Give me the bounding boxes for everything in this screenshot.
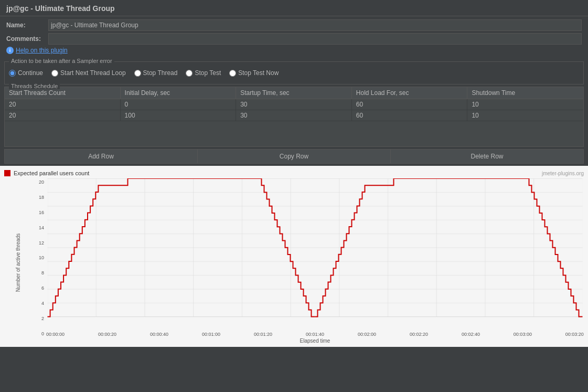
cell-0-4: 10 <box>467 99 583 110</box>
x-tick-8: 00:02:40 <box>462 332 480 337</box>
cell-1-0: 20 <box>5 110 121 121</box>
info-icon: i <box>6 47 14 54</box>
x-tick-5: 00:01:40 <box>306 332 324 337</box>
chart-area: Expected parallel users count jmeter-plu… <box>0 166 588 347</box>
radio-stop-test-now[interactable]: Stop Test Now <box>229 69 279 77</box>
help-text: Help on this plugin <box>16 47 68 54</box>
x-axis-label: Elapsed time <box>46 338 584 347</box>
y-tick-20: 20 <box>31 179 46 185</box>
chart-credit: jmeter-plugins.org <box>542 171 584 176</box>
radio-start-next[interactable]: Start Next Thread Loop <box>51 69 126 77</box>
col-header-1: Initial Delay, sec <box>121 87 237 99</box>
x-tick-2: 00:00:40 <box>150 332 168 337</box>
x-tick-7: 00:02:20 <box>410 332 428 337</box>
x-tick-4: 00:01:20 <box>254 332 272 337</box>
copy-row-button[interactable]: Copy Row <box>198 149 391 164</box>
y-tick-18: 18 <box>31 195 46 200</box>
action-group: Action to be taken after a Sampler error… <box>4 61 584 84</box>
y-tick-12: 12 <box>31 240 46 246</box>
cell-0-2: 30 <box>236 99 352 110</box>
y-tick-4: 4 <box>31 301 46 306</box>
legend-label: Expected parallel users count <box>14 170 89 176</box>
cell-0-3: 60 <box>352 99 468 110</box>
col-header-4: Shutdown Time <box>467 87 583 99</box>
radio-continue[interactable]: Continue <box>9 69 43 77</box>
y-tick-10: 10 <box>31 255 46 260</box>
legend-color-box <box>4 170 10 176</box>
y-tick-6: 6 <box>31 285 46 291</box>
radio-stop-test[interactable]: Stop Test <box>186 69 221 77</box>
col-header-3: Hold Load For, sec <box>352 87 468 99</box>
cell-1-4: 10 <box>467 110 583 121</box>
threads-group-title: Threads Schedule <box>9 83 60 89</box>
radio-stop-thread-label: Stop Thread <box>143 69 178 77</box>
x-axis-ticks: 00:00:00 00:00:20 00:00:40 00:01:00 00:0… <box>46 331 584 337</box>
chart-svg <box>46 178 584 331</box>
help-link[interactable]: i Help on this plugin <box>6 47 582 54</box>
delete-row-button[interactable]: Delete Row <box>391 149 584 164</box>
cell-1-3: 60 <box>352 110 468 121</box>
add-row-button[interactable]: Add Row <box>4 149 198 164</box>
x-tick-3: 00:01:00 <box>202 332 220 337</box>
name-input[interactable] <box>48 19 582 31</box>
radio-start-next-label: Start Next Thread Loop <box>60 69 126 77</box>
table-row[interactable]: 20 0 30 60 10 <box>5 99 583 110</box>
y-tick-8: 8 <box>31 270 46 276</box>
y-axis-label: Number of active threads <box>15 210 21 315</box>
y-tick-2: 2 <box>31 316 46 321</box>
action-group-title: Action to be taken after a Sampler error <box>9 58 114 64</box>
action-radio-group: Continue Start Next Thread Loop Stop Thr… <box>9 66 579 80</box>
window-title: jp@gc - Ultimate Thread Group <box>0 0 588 16</box>
col-header-2: Startup Time, sec <box>236 87 352 99</box>
radio-stop-thread[interactable]: Stop Thread <box>134 69 178 77</box>
table-row[interactable]: 20 100 30 60 10 <box>5 110 583 121</box>
radio-stop-test-label: Stop Test <box>195 69 221 77</box>
y-tick-16: 16 <box>31 210 46 215</box>
x-tick-1: 00:00:20 <box>98 332 116 337</box>
chart-legend: Expected parallel users count <box>4 170 89 176</box>
cell-0-0: 20 <box>5 99 121 110</box>
x-tick-0: 00:00:00 <box>46 332 65 337</box>
radio-stop-test-now-label: Stop Test Now <box>238 69 279 77</box>
comments-label: Comments: <box>6 35 48 43</box>
table-header: Start Threads Count Initial Delay, sec S… <box>5 87 583 99</box>
comments-input[interactable] <box>48 33 582 45</box>
x-tick-9: 00:03:00 <box>514 332 532 337</box>
cell-1-2: 30 <box>236 110 352 121</box>
y-tick-0: 0 <box>31 331 46 336</box>
name-label: Name: <box>6 22 48 29</box>
table-body: 20 0 30 60 10 20 100 30 60 10 <box>5 99 583 146</box>
cell-1-1: 100 <box>121 110 237 121</box>
x-tick-6: 00:02:00 <box>358 332 376 337</box>
table-buttons: Add Row Copy Row Delete Row <box>4 149 584 164</box>
x-tick-10: 00:03:20 <box>565 332 584 337</box>
cell-0-1: 0 <box>121 99 237 110</box>
threads-schedule-group: Threads Schedule Start Threads Count Ini… <box>4 87 584 147</box>
radio-continue-label: Continue <box>18 69 43 77</box>
y-tick-14: 14 <box>31 225 46 230</box>
